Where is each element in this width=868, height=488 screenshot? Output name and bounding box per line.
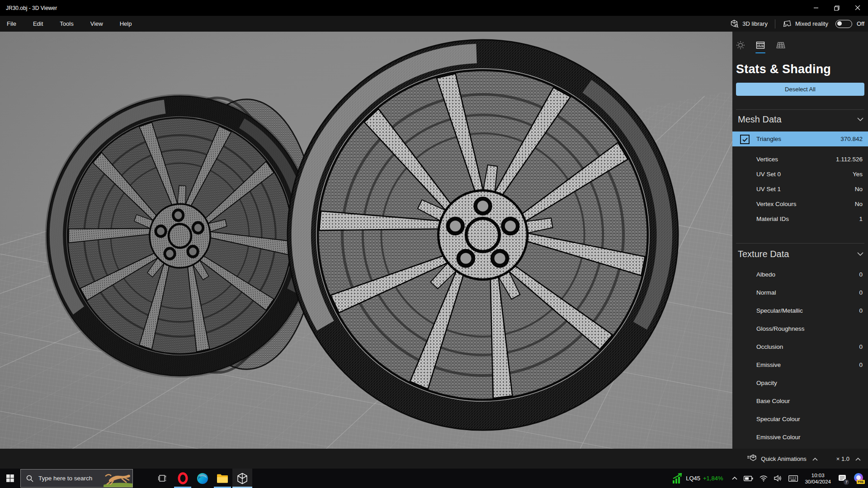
volume-button[interactable] xyxy=(771,469,785,488)
mesh-data-rows: Triangles 370.842 Vertices 1.112.526 UV … xyxy=(732,131,868,226)
stat-row-opacity[interactable]: Opacity xyxy=(732,374,868,392)
menu-tools[interactable]: Tools xyxy=(54,16,79,32)
touch-keyboard-button[interactable] xyxy=(785,469,801,488)
section-header-mesh-data[interactable]: Mesh Data xyxy=(738,113,863,126)
restore-button[interactable] xyxy=(826,0,847,16)
tray-time: 10:03 xyxy=(811,472,825,479)
battery-icon xyxy=(744,476,753,481)
start-button[interactable] xyxy=(1,469,19,488)
stat-value: 0 xyxy=(859,289,863,296)
stats-icon xyxy=(756,41,765,50)
quick-animations-expand-button[interactable] xyxy=(811,455,820,463)
stat-label: Opacity xyxy=(756,380,863,386)
tray-date: 30/04/2024 xyxy=(805,479,831,485)
stat-row-vertex-colours[interactable]: Vertex Colours No xyxy=(732,197,868,211)
edge-icon xyxy=(197,473,208,484)
checkmark-icon xyxy=(742,137,748,142)
stat-row-uv-set-1[interactable]: UV Set 1 No xyxy=(732,182,868,197)
grid-icon xyxy=(776,41,786,50)
battery-button[interactable] xyxy=(741,469,756,488)
pre-app-button[interactable]: PRE xyxy=(850,469,868,488)
tab-environment[interactable] xyxy=(736,39,745,52)
chevron-up-icon xyxy=(732,477,737,480)
mixed-reality-label: Mixed reality xyxy=(795,20,828,27)
stat-label: Specular/Metallic xyxy=(756,307,859,314)
stat-row-albedo[interactable]: Albedo 0 xyxy=(732,265,868,283)
clock[interactable]: 10:03 30/04/2024 xyxy=(801,469,835,488)
mixed-reality-button[interactable]: Mixed reality xyxy=(780,16,831,32)
menu-file[interactable]: File xyxy=(1,16,22,32)
wheel-model-front xyxy=(288,40,678,430)
system-tray: LQ45 +1,84% xyxy=(669,469,868,488)
stat-label: Vertices xyxy=(756,156,836,163)
stat-row-emissive-colour[interactable]: Emissive Colour xyxy=(732,428,868,446)
hidden-icons-button[interactable] xyxy=(729,469,741,488)
menu-edit[interactable]: Edit xyxy=(28,16,48,32)
stock-widget[interactable]: LQ45 +1,84% xyxy=(669,469,729,488)
3d-library-button[interactable]: 3D library xyxy=(727,16,770,32)
notification-center-button[interactable]: 7 xyxy=(835,469,850,488)
taskbar: LQ45 +1,84% xyxy=(0,469,868,488)
speed-expand-button[interactable] xyxy=(854,455,863,463)
taskbar-file-explorer[interactable] xyxy=(212,469,232,488)
notification-badge: 7 xyxy=(843,479,849,485)
task-view-icon xyxy=(158,474,167,482)
stat-value: 0 xyxy=(859,271,863,278)
3d-viewer-icon xyxy=(237,473,248,484)
menubar-separator xyxy=(775,19,775,28)
section-header-texture-data[interactable]: Texture Data xyxy=(738,247,863,261)
stat-value: 1.112.526 xyxy=(836,156,863,163)
menubar: File Edit Tools View Help 3D library Mix… xyxy=(0,16,868,32)
stat-label: Gloss/Roughness xyxy=(756,325,863,332)
stock-ticker: LQ45 xyxy=(684,475,702,482)
checkbox-triangles[interactable] xyxy=(740,135,750,144)
stat-row-normal[interactable]: Normal 0 xyxy=(732,283,868,301)
stat-row-emissive[interactable]: Emissive 0 xyxy=(732,356,868,374)
stat-row-occlusion[interactable]: Occlusion 0 xyxy=(732,338,868,356)
wifi-button[interactable] xyxy=(756,469,771,488)
task-view-button[interactable] xyxy=(153,469,173,488)
stat-row-base-colour[interactable]: Base Colour xyxy=(732,392,868,410)
stat-row-uv-set-0[interactable]: UV Set 0 Yes xyxy=(732,167,868,182)
divider xyxy=(736,109,864,110)
titlebar: JR30.obj - 3D Viewer xyxy=(0,0,868,16)
tab-stats-shading[interactable] xyxy=(756,39,765,52)
minimize-button[interactable] xyxy=(806,0,826,16)
viewport-3d[interactable] xyxy=(0,32,732,449)
menu-help[interactable]: Help xyxy=(114,16,137,32)
stat-row-vertices[interactable]: Vertices 1.112.526 xyxy=(732,152,868,167)
stat-row-triangles[interactable]: Triangles 370.842 xyxy=(732,131,868,146)
stat-label: Emissive xyxy=(756,361,859,368)
stat-row-specular-metallic[interactable]: Specular/Metallic 0 xyxy=(732,301,868,319)
stat-label: Material IDs xyxy=(756,216,859,222)
search-highlight-cheetah-image xyxy=(104,469,132,487)
menu-view[interactable]: View xyxy=(85,16,108,32)
3d-library-label: 3D library xyxy=(742,20,768,27)
wireframe-scene xyxy=(0,32,732,449)
search-icon xyxy=(26,475,33,482)
stat-label: UV Set 0 xyxy=(756,171,853,178)
opera-icon xyxy=(177,472,189,484)
mixed-reality-toggle[interactable] xyxy=(835,20,852,28)
stat-row-material-ids[interactable]: Material IDs 1 xyxy=(732,211,868,226)
taskbar-opera[interactable] xyxy=(173,469,193,488)
mixed-reality-state: Off xyxy=(857,20,864,27)
taskbar-search[interactable] xyxy=(20,469,133,488)
search-input[interactable] xyxy=(38,474,98,482)
close-button[interactable] xyxy=(847,0,868,16)
stat-row-gloss-roughness[interactable]: Gloss/Roughness xyxy=(732,319,868,338)
section-title: Mesh Data xyxy=(738,114,782,125)
stat-label: Emissive Colour xyxy=(756,434,863,441)
stat-row-specular-colour[interactable]: Specular Colour xyxy=(732,410,868,428)
chevron-up-icon xyxy=(855,458,861,461)
deselect-all-button[interactable]: Deselect All xyxy=(736,83,864,96)
toggle-knob xyxy=(837,21,842,26)
tab-grid[interactable] xyxy=(776,39,785,52)
taskbar-edge[interactable] xyxy=(193,469,212,488)
quick-animations-icon xyxy=(747,454,757,463)
chevron-down-icon xyxy=(857,252,863,256)
taskbar-3d-viewer[interactable] xyxy=(232,469,252,488)
texture-data-rows: Albedo 0 Normal 0 Specular/Metallic 0 Gl… xyxy=(732,265,868,446)
window-title: JR30.obj - 3D Viewer xyxy=(6,5,57,11)
stat-value: No xyxy=(855,186,863,192)
